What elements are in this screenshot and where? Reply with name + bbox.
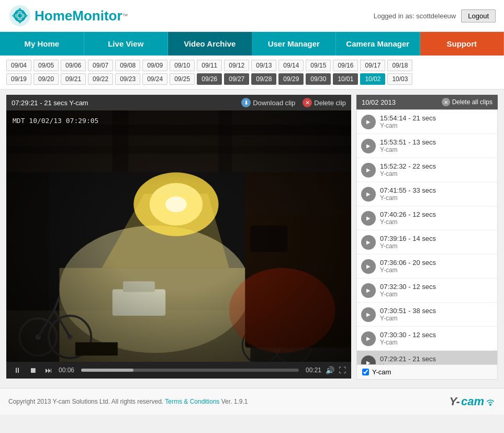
clip-list-item[interactable]: ▶ 07:36:06 - 20 secs Y-cam <box>357 254 497 279</box>
ycam-filter-label[interactable]: Y-cam <box>372 368 391 376</box>
progress-bar[interactable] <box>81 369 299 372</box>
nav-camera-manager[interactable]: Camera Manager <box>336 32 420 55</box>
clip-info: 07:32:30 - 12 secs Y-cam <box>380 283 493 298</box>
delete-clip-button[interactable]: ✕ Delete clip <box>303 98 346 107</box>
date-button[interactable]: 09/06 <box>61 60 86 71</box>
date-button[interactable]: 09/29 <box>278 73 304 85</box>
clip-play-button[interactable]: ▶ <box>361 259 376 274</box>
clip-info: 07:36:06 - 20 secs Y-cam <box>380 259 493 274</box>
clip-cam: Y-cam <box>380 315 493 322</box>
date-button[interactable]: 09/14 <box>278 60 304 71</box>
clip-panel-header: 10/02 2013 ✕ Delete all clips <box>356 95 498 109</box>
date-button[interactable]: 10/03 <box>387 73 412 85</box>
clip-play-button[interactable]: ▶ <box>361 211 376 226</box>
volume-icon[interactable]: 🔊 <box>326 366 334 374</box>
clip-time: 07:41:55 - 33 secs <box>380 186 493 194</box>
clip-list-item[interactable]: ▶ 07:40:26 - 12 secs Y-cam <box>357 206 497 230</box>
main-content: 07:29:21 - 21 secs Y-cam ⬇ Download clip… <box>0 90 504 385</box>
clip-panel: 10/02 2013 ✕ Delete all clips ▶ 15:54:14… <box>356 95 498 380</box>
clip-info: 07:29:21 - 21 secs Y-cam <box>380 355 493 365</box>
footer-logo-y: Y- <box>450 395 460 408</box>
page-footer: Copyright 2013 Y-cam Solutions Ltd. All … <box>0 388 504 415</box>
date-button[interactable]: 09/28 <box>251 73 276 85</box>
clip-play-button[interactable]: ▶ <box>361 187 376 202</box>
clip-play-button[interactable]: ▶ <box>361 356 376 365</box>
clip-list-item[interactable]: ▶ 07:39:16 - 14 secs Y-cam <box>357 230 497 254</box>
date-button[interactable]: 09/30 <box>306 73 331 85</box>
navigation: My Home Live View Video Archive User Man… <box>0 32 504 55</box>
nav-user-manager[interactable]: User Manager <box>252 32 337 55</box>
stop-button[interactable]: ⏹ <box>27 365 39 375</box>
clip-play-button[interactable]: ▶ <box>361 235 376 250</box>
play-pause-button[interactable]: ⏸ <box>12 365 23 375</box>
terms-link[interactable]: Terms & Conditions <box>165 398 219 405</box>
date-button[interactable]: 09/20 <box>33 73 59 85</box>
date-button[interactable]: 09/15 <box>306 60 331 71</box>
logout-button[interactable]: Logout <box>461 9 496 23</box>
clip-info: 15:52:32 - 22 secs Y-cam <box>380 162 493 177</box>
date-button[interactable]: 09/09 <box>142 60 167 71</box>
clip-play-button[interactable]: ▶ <box>361 283 376 298</box>
svg-rect-35 <box>6 110 351 362</box>
date-button[interactable]: 09/25 <box>170 73 195 85</box>
footer-logo: Y-cam <box>450 395 496 408</box>
svg-point-36 <box>489 404 491 406</box>
fullscreen-icon[interactable]: ⛶ <box>339 366 346 374</box>
date-button[interactable]: 09/08 <box>115 60 140 71</box>
clip-list-item[interactable]: ▶ 07:30:30 - 12 secs Y-cam <box>357 327 497 351</box>
date-button[interactable]: 09/24 <box>142 73 167 85</box>
clip-info: 07:41:55 - 33 secs Y-cam <box>380 186 493 202</box>
clip-info: 15:53:51 - 13 secs Y-cam <box>380 138 493 153</box>
date-button[interactable]: 09/05 <box>33 60 59 71</box>
download-clip-button[interactable]: ⬇ Download clip <box>241 98 295 107</box>
date-button[interactable]: 09/07 <box>88 60 113 71</box>
clip-list-item[interactable]: ▶ 15:54:14 - 21 secs Y-cam <box>357 110 497 134</box>
date-button[interactable]: 09/04 <box>6 60 31 71</box>
date-button[interactable]: 09/27 <box>224 73 249 85</box>
nav-video-archive[interactable]: Video Archive <box>168 32 252 55</box>
download-icon: ⬇ <box>241 98 251 107</box>
date-button[interactable]: 09/21 <box>61 73 86 85</box>
clip-cam: Y-cam <box>380 339 493 346</box>
date-button[interactable]: 09/17 <box>360 60 385 71</box>
clip-time: 15:53:51 - 13 secs <box>380 138 493 146</box>
date-button[interactable]: 10/01 <box>333 73 358 85</box>
date-button[interactable]: 09/18 <box>387 60 412 71</box>
clip-filter-footer: Y-cam <box>356 365 498 380</box>
nav-live-view[interactable]: Live View <box>84 32 169 55</box>
nav-my-home[interactable]: My Home <box>0 32 84 55</box>
date-button[interactable]: 09/11 <box>197 60 222 71</box>
date-button[interactable]: 09/22 <box>88 73 113 85</box>
delete-all-clips-button[interactable]: ✕ Delete all clips <box>442 98 492 106</box>
date-button[interactable]: 09/13 <box>251 60 276 71</box>
clip-time: 07:36:06 - 20 secs <box>380 259 493 267</box>
clip-play-button[interactable]: ▶ <box>361 115 376 129</box>
date-button[interactable]: 10/02 <box>360 73 385 85</box>
clip-play-button[interactable]: ▶ <box>361 163 376 177</box>
date-button[interactable]: 09/23 <box>115 73 140 85</box>
clip-play-button[interactable]: ▶ <box>361 139 376 153</box>
clip-list-item[interactable]: ▶ 15:52:32 - 22 secs Y-cam <box>357 158 497 182</box>
date-button[interactable]: 09/26 <box>197 73 222 85</box>
nav-support[interactable]: Support <box>420 32 505 55</box>
date-button[interactable]: 09/16 <box>333 60 358 71</box>
date-button[interactable]: 09/12 <box>224 60 249 71</box>
ycam-filter-checkbox[interactable] <box>362 369 369 375</box>
footer-text: Copyright 2013 Y-cam Solutions Ltd. All … <box>8 398 248 405</box>
clip-play-button[interactable]: ▶ <box>361 331 376 346</box>
clip-list-item[interactable]: ▶ 07:29:21 - 21 secs Y-cam <box>357 351 497 365</box>
clip-list-item[interactable]: ▶ 07:41:55 - 33 secs Y-cam <box>357 182 497 206</box>
clip-time: 07:39:16 - 14 secs <box>380 235 493 242</box>
timestamp-overlay: MDT 10/02/13 07:29:05 <box>13 117 98 125</box>
clip-cam: Y-cam <box>380 291 493 298</box>
clip-list-item[interactable]: ▶ 15:53:51 - 13 secs Y-cam <box>357 134 497 158</box>
date-button[interactable]: 09/10 <box>170 60 195 71</box>
date-button[interactable]: 09/19 <box>6 73 31 85</box>
clip-list-item[interactable]: ▶ 07:32:30 - 12 secs Y-cam <box>357 279 497 303</box>
logo-text: HomeMonitor™ <box>35 8 128 24</box>
clip-list: ▶ 15:54:14 - 21 secs Y-cam ▶ 15:53:51 - … <box>356 109 498 365</box>
clip-list-item[interactable]: ▶ 07:30:51 - 38 secs Y-cam <box>357 303 497 327</box>
skip-forward-button[interactable]: ⏭ <box>43 365 54 375</box>
video-title: 07:29:21 - 21 secs Y-cam <box>12 99 88 107</box>
clip-play-button[interactable]: ▶ <box>361 307 376 322</box>
